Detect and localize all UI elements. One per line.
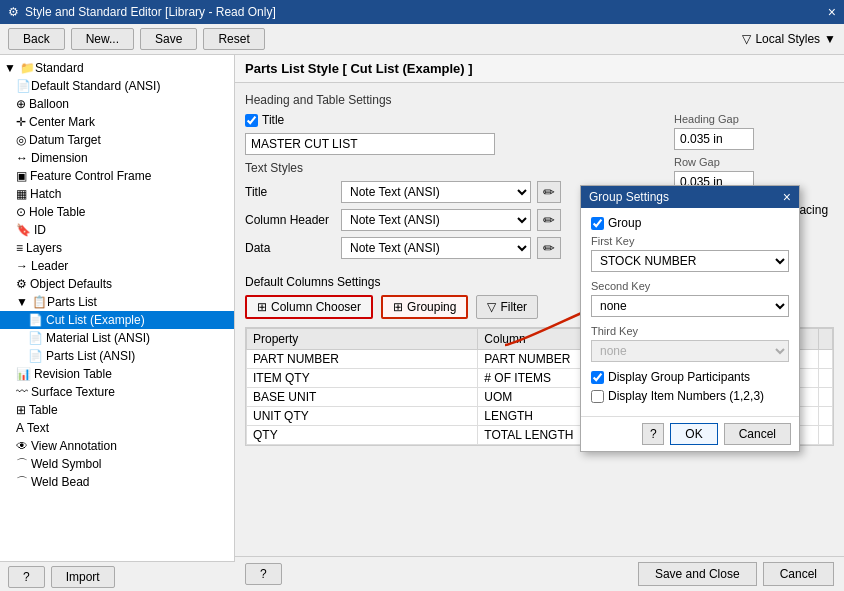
title-checkbox[interactable] xyxy=(245,114,258,127)
second-key-select[interactable]: none xyxy=(591,295,789,317)
tree-label: Hatch xyxy=(30,187,61,201)
tree-item-revision-table[interactable]: 📊 Revision Table xyxy=(0,365,234,383)
cell-property: ITEM QTY xyxy=(247,369,478,388)
tree-item-leader[interactable]: → Leader xyxy=(0,257,234,275)
tree-item-hatch[interactable]: ▦ Hatch xyxy=(0,185,234,203)
title-style-select[interactable]: Note Text (ANSI) xyxy=(341,181,531,203)
tree-item-cut-list[interactable]: 📄 Cut List (Example) xyxy=(0,311,234,329)
tree-label: Dimension xyxy=(31,151,88,165)
tree-label: Hole Table xyxy=(29,205,85,219)
tree-item-layers[interactable]: ≡ Layers xyxy=(0,239,234,257)
grouping-button[interactable]: ⊞ Grouping xyxy=(381,295,468,319)
tree-item-center-mark[interactable]: ✛ Center Mark xyxy=(0,113,234,131)
tree-item-id[interactable]: 🔖 ID xyxy=(0,221,234,239)
bottom-cancel-button[interactable]: Cancel xyxy=(763,562,834,586)
dialog-ok-btn[interactable]: OK xyxy=(670,423,717,445)
tree-label: Parts List (ANSI) xyxy=(46,349,135,363)
tree-item-balloon[interactable]: ⊕ Balloon xyxy=(0,95,234,113)
material-icon: 📄 xyxy=(28,331,43,345)
filter-dropdown[interactable]: ▽ Local Styles ▼ xyxy=(742,32,836,46)
title-input[interactable] xyxy=(245,133,495,155)
title-style-edit-btn[interactable]: ✏ xyxy=(537,181,561,203)
tree-item-weld-symbol[interactable]: ⌒ Weld Symbol xyxy=(0,455,234,473)
grouping-icon: ⊞ xyxy=(393,300,403,314)
dialog-cancel-btn[interactable]: Cancel xyxy=(724,423,791,445)
col-header-select[interactable]: Note Text (ANSI) xyxy=(341,209,531,231)
title-checkbox-row: Title xyxy=(245,113,654,127)
filter-button[interactable]: ▽ Filter xyxy=(476,295,538,319)
tree-label: Weld Symbol xyxy=(31,457,101,471)
expand-icon: ▼ xyxy=(4,61,16,75)
heading-gap-input[interactable] xyxy=(674,128,754,150)
save-button[interactable]: Save xyxy=(140,28,197,50)
tree-item-table[interactable]: ⊞ Table xyxy=(0,401,234,419)
tree-item-hole-table[interactable]: ⊙ Hole Table xyxy=(0,203,234,221)
filter-label: Local Styles xyxy=(755,32,820,46)
bottom-bar: ? Save and Close Cancel xyxy=(235,556,844,591)
expand-icon: ▼ xyxy=(16,295,28,309)
column-chooser-btn[interactable]: ⊞ Column Chooser xyxy=(245,295,373,319)
group-checkbox-row: Group xyxy=(591,216,789,230)
first-key-select[interactable]: STOCK NUMBER xyxy=(591,250,789,272)
reset-button[interactable]: Reset xyxy=(203,28,264,50)
new-button[interactable]: New... xyxy=(71,28,134,50)
dialog-title: Group Settings xyxy=(589,190,669,204)
cut-list-icon: 📄 xyxy=(28,313,43,327)
third-key-section: Third Key none xyxy=(591,325,789,362)
parts-list-icon: 📋 xyxy=(32,295,47,309)
help-bottom-btn[interactable]: ? xyxy=(8,566,45,588)
tree-item-feature-control[interactable]: ▣ Feature Control Frame xyxy=(0,167,234,185)
save-close-button[interactable]: Save and Close xyxy=(638,562,757,586)
third-key-label: Third Key xyxy=(591,325,789,337)
col-header-edit-btn[interactable]: ✏ xyxy=(537,209,561,231)
dialog-content: Group First Key STOCK NUMBER Second Key … xyxy=(581,208,799,416)
hole-icon: ⊙ xyxy=(16,205,26,219)
tree-item-parts-list[interactable]: ▼ 📋 Parts List xyxy=(0,293,234,311)
title-checkbox-label[interactable]: Title xyxy=(245,113,284,127)
window-close-btn[interactable]: × xyxy=(828,4,836,20)
tree-item-material-list[interactable]: 📄 Material List (ANSI) xyxy=(0,329,234,347)
tree-label: Surface Texture xyxy=(31,385,115,399)
tree-item-surface-texture[interactable]: 〰 Surface Texture xyxy=(0,383,234,401)
app-icon: ⚙ xyxy=(8,5,19,19)
tree-label: Table xyxy=(29,403,58,417)
group-checkbox[interactable] xyxy=(591,217,604,230)
tree-label: Leader xyxy=(31,259,68,273)
import-btn[interactable]: Import xyxy=(51,566,115,588)
grouping-label: Grouping xyxy=(407,300,456,314)
display-item-numbers-checkbox[interactable] xyxy=(591,390,604,403)
tree-item-dimension[interactable]: ↔ Dimension xyxy=(0,149,234,167)
document-icon: 📄 xyxy=(16,79,31,93)
col-header-label: Column Header xyxy=(245,213,335,227)
tree-item-parts-list-ansi[interactable]: 📄 Parts List (ANSI) xyxy=(0,347,234,365)
title-label: Title xyxy=(262,113,284,127)
display-participants-checkbox[interactable] xyxy=(591,371,604,384)
dialog-close-btn[interactable]: × xyxy=(783,189,791,205)
group-settings-dialog[interactable]: Group Settings × Group First Key STOCK N… xyxy=(580,185,800,452)
center-mark-icon: ✛ xyxy=(16,115,26,129)
tree-item-text[interactable]: A Text xyxy=(0,419,234,437)
display-item-numbers-label: Display Item Numbers (1,2,3) xyxy=(608,389,764,403)
back-button[interactable]: Back xyxy=(8,28,65,50)
col-header-property: Property xyxy=(247,329,478,350)
tree-item-standard[interactable]: ▼ 📁 Standard xyxy=(0,59,234,77)
tree-item-view-annotation[interactable]: 👁 View Annotation xyxy=(0,437,234,455)
data-style-edit-btn[interactable]: ✏ xyxy=(537,237,561,259)
data-style-select[interactable]: Note Text (ANSI) xyxy=(341,237,531,259)
tree-item-object-defaults[interactable]: ⚙ Object Defaults xyxy=(0,275,234,293)
filter-icon: ▽ xyxy=(487,300,496,314)
third-key-select[interactable]: none xyxy=(591,340,789,362)
title-input-row xyxy=(245,133,654,155)
dialog-help-btn[interactable]: ? xyxy=(642,423,664,445)
title-style-label: Title xyxy=(245,185,335,199)
filter-icon: ▽ xyxy=(742,32,751,46)
feature-icon: ▣ xyxy=(16,169,27,183)
tree-item-default-standard[interactable]: 📄 Default Standard (ANSI) xyxy=(0,77,234,95)
revision-icon: 📊 xyxy=(16,367,31,381)
tree-label: Layers xyxy=(26,241,62,255)
tree-item-weld-bead[interactable]: ⌒ Weld Bead xyxy=(0,473,234,491)
tree-item-datum-target[interactable]: ◎ Datum Target xyxy=(0,131,234,149)
help-button[interactable]: ? xyxy=(245,563,282,585)
filter-label: Filter xyxy=(500,300,527,314)
tree-label: Datum Target xyxy=(29,133,101,147)
